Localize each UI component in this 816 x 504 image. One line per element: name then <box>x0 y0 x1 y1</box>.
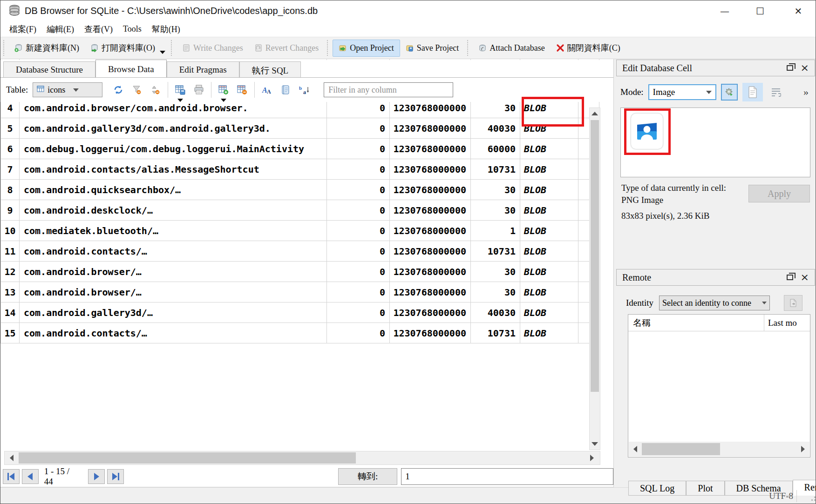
scroll-right-icon[interactable] <box>585 451 599 464</box>
row-number[interactable]: 10 <box>1 221 20 241</box>
float-panel-icon[interactable] <box>787 275 793 280</box>
row-number[interactable]: 7 <box>1 159 20 180</box>
cell-componentName[interactable]: com.android.contacts/… <box>20 323 327 343</box>
cell-componentName[interactable]: com.android.browser/… <box>20 282 327 302</box>
save-project-button[interactable]: Save Project <box>400 40 464 56</box>
dock-tab-plot[interactable]: Plot <box>686 481 724 496</box>
open-database-button[interactable]: 打開資料庫(O) <box>85 39 161 57</box>
cell-lastUpdated[interactable]: 1230768000000 <box>390 180 471 200</box>
cell-icon-blob[interactable]: BLOB <box>520 139 578 159</box>
cell-version[interactable]: 30 <box>471 262 520 282</box>
table-select[interactable]: icons <box>33 82 102 97</box>
insert-record-button[interactable] <box>214 81 233 98</box>
cell-componentName[interactable]: com.android.contacts/alias.MessageShortc… <box>20 159 327 180</box>
menu-tools[interactable]: Tools <box>118 23 147 35</box>
previous-page-button[interactable] <box>22 469 39 484</box>
cell-version[interactable]: 10731 <box>471 159 520 180</box>
cell-icon-blob[interactable]: BLOB <box>520 302 578 323</box>
cell-version[interactable]: 30 <box>471 200 520 221</box>
open-database-dropdown-icon[interactable] <box>160 51 165 54</box>
cell-lastUpdated[interactable]: 1230768000000 <box>390 118 471 139</box>
close-database-button[interactable]: 關閉資料庫(C) <box>551 39 626 57</box>
horizontal-scroll-thumb[interactable] <box>642 443 720 455</box>
cell-icon-blob[interactable]: BLOB <box>520 241 578 262</box>
font-format-button[interactable]: AA <box>258 81 276 98</box>
cell-profileId[interactable]: 0 <box>327 262 390 282</box>
cell-version[interactable]: 10731 <box>471 241 520 262</box>
print-button[interactable] <box>190 81 208 98</box>
maximize-button[interactable]: ☐ <box>749 4 771 18</box>
cell-lastUpdated[interactable]: 1230768000000 <box>390 323 471 343</box>
encoding-label[interactable]: UTF-8 <box>769 491 793 501</box>
cell-lastUpdated[interactable]: 1230768000000 <box>390 241 471 262</box>
cell-version[interactable]: 40030 <box>471 302 520 323</box>
cell-version[interactable]: 30 <box>471 180 520 200</box>
goto-button[interactable]: 轉到: <box>338 468 397 485</box>
minimize-button[interactable]: — <box>714 4 735 18</box>
dock-tab-sql-log[interactable]: SQL Log <box>628 481 686 496</box>
notebook-button[interactable] <box>276 81 295 98</box>
write-changes-button[interactable]: Write Changes <box>177 40 249 56</box>
cell-version[interactable]: 10731 <box>471 323 520 343</box>
row-number[interactable]: 8 <box>1 180 20 200</box>
text-view-button[interactable] <box>742 83 763 101</box>
insert-record-dropdown-icon[interactable] <box>221 99 226 102</box>
cell-lastUpdated[interactable]: 1230768000000 <box>390 139 471 159</box>
cell-lastUpdated[interactable]: 1230768000000 <box>390 262 471 282</box>
cell-componentName[interactable]: com.mediatek.bluetooth/… <box>20 221 327 241</box>
word-wrap-button[interactable] <box>768 84 784 101</box>
menu-view[interactable]: 查看(V) <box>79 22 118 36</box>
cell-lastUpdated[interactable]: 1230768000000 <box>390 221 471 241</box>
open-project-button[interactable]: Open Project <box>333 40 400 57</box>
tab-database-structure[interactable]: Database Structure <box>3 61 95 77</box>
cell-componentName[interactable]: com.android.contacts/… <box>20 241 327 262</box>
cell-version[interactable]: 60000 <box>471 139 520 159</box>
cell-profileId[interactable]: 0 <box>327 180 390 200</box>
filter-any-column-input[interactable] <box>324 82 453 97</box>
cell-profileId[interactable]: 0 <box>327 241 390 262</box>
cell-version[interactable]: 30 <box>471 282 520 302</box>
remote-list-scrollbar[interactable] <box>629 442 809 457</box>
new-database-button[interactable]: 新建資料庫(N) <box>9 39 85 57</box>
cell-icon-blob[interactable]: BLOB <box>520 200 578 221</box>
scroll-down-icon[interactable] <box>590 438 600 450</box>
cell-icon-blob[interactable]: BLOB <box>520 282 578 302</box>
scroll-left-icon[interactable] <box>5 451 19 464</box>
cell-componentName[interactable]: com.android.gallery3d/com.android.galler… <box>20 118 327 139</box>
menu-file[interactable]: 檔案(F) <box>4 22 41 36</box>
tab-execute-sql[interactable]: 執行 SQL <box>239 61 301 77</box>
identity-select[interactable]: Select an identity to conne <box>659 296 770 310</box>
cell-icon-blob[interactable]: BLOB <box>520 221 578 241</box>
cell-componentName[interactable]: com.android.gallery3d/… <box>20 302 327 323</box>
close-button[interactable]: ✕ <box>788 4 809 18</box>
row-number[interactable]: 15 <box>1 323 20 343</box>
apply-button[interactable]: Apply <box>748 185 810 202</box>
cell-icon-blob[interactable]: BLOB <box>520 262 578 282</box>
cell-profileId[interactable]: 0 <box>327 159 390 180</box>
cell-componentName[interactable]: com.debug.loggerui/com.debug.loggerui.Ma… <box>20 139 327 159</box>
grid-horizontal-scrollbar[interactable] <box>4 451 600 465</box>
tab-edit-pragmas[interactable]: Edit Pragmas <box>167 61 239 77</box>
cell-version[interactable]: 1 <box>471 221 520 241</box>
float-panel-icon[interactable] <box>787 65 793 71</box>
cell-profileId[interactable]: 0 <box>327 282 390 302</box>
row-number[interactable]: 5 <box>1 118 20 139</box>
cell-componentName[interactable]: com.android.browser/… <box>20 262 327 282</box>
remote-col-last-modified[interactable]: Last mo <box>764 318 797 328</box>
cell-profileId[interactable]: 0 <box>327 139 390 159</box>
row-number[interactable]: 6 <box>1 139 20 159</box>
delete-record-button[interactable] <box>233 81 252 98</box>
toolbar-overflow-icon[interactable]: » <box>803 86 807 98</box>
mode-select[interactable]: Image <box>648 84 716 100</box>
scroll-up-icon[interactable] <box>590 108 600 119</box>
goto-record-input[interactable] <box>401 468 613 485</box>
resize-grip[interactable] <box>811 499 813 501</box>
horizontal-scroll-thumb[interactable] <box>19 452 356 464</box>
row-number[interactable]: 13 <box>1 282 20 302</box>
clear-filters-button[interactable] <box>128 81 146 98</box>
sort-alpha-button[interactable]: ba <box>295 81 313 98</box>
tab-browse-data[interactable]: Browse Data <box>95 60 167 77</box>
remote-col-name[interactable]: 名稱 <box>628 315 764 331</box>
import-data-button[interactable] <box>721 84 738 101</box>
cell-profileId[interactable]: 0 <box>327 302 390 323</box>
